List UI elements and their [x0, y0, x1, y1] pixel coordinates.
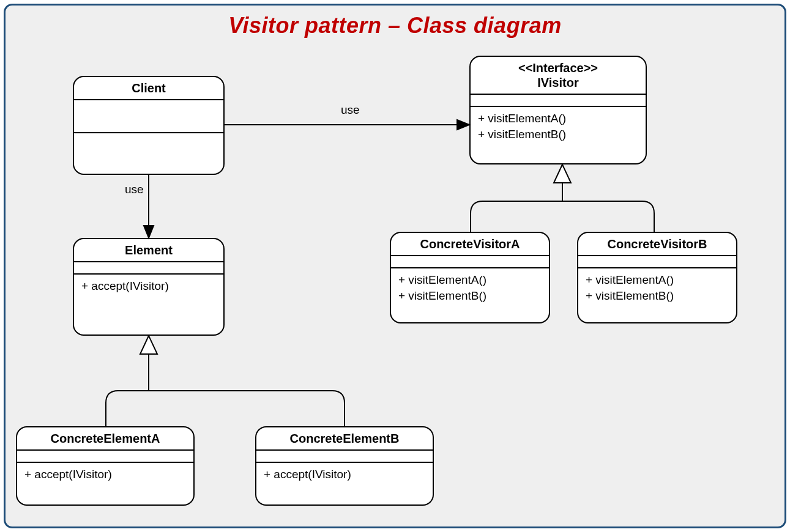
interface-ivisitor: <<Interface>> IVisitor + visitElementA()… — [469, 56, 647, 164]
class-operations: + accept(IVisitor) — [74, 275, 223, 300]
class-operations: + visitElementA() + visitElementB() — [578, 268, 736, 309]
generalization-arrowhead-icon — [554, 164, 571, 183]
class-attributes — [578, 256, 736, 267]
operation: + visitElementA() — [586, 272, 729, 288]
operation: + visitElementB() — [586, 288, 729, 304]
class-name: Client — [74, 77, 223, 99]
arrowhead-icon — [144, 226, 154, 238]
class-name: ConcreteVisitorA — [391, 233, 549, 255]
operation: + visitElementB() — [478, 127, 638, 142]
operation: + visitElementB() — [398, 288, 542, 304]
class-operations: + visitElementA() + visitElementB() — [391, 268, 549, 309]
class-concrete-visitor-a: ConcreteVisitorA + visitElementA() + vis… — [390, 232, 550, 323]
generalization-arrowhead-icon — [140, 336, 157, 354]
gen-branch-visitors — [471, 201, 654, 232]
operation: + accept(IVisitor) — [264, 467, 425, 482]
diagram-title: Visitor pattern – Class diagram — [6, 13, 784, 39]
class-element: Element + accept(IVisitor) — [73, 238, 225, 336]
assoc-label-use-visitor: use — [341, 103, 360, 117]
class-attributes — [391, 256, 549, 267]
arrowhead-icon — [457, 120, 469, 130]
stereotype: <<Interface>> — [475, 61, 641, 75]
class-name-text: IVisitor — [537, 76, 578, 89]
class-attributes — [74, 100, 223, 132]
class-name: Element — [74, 239, 223, 261]
class-name: ConcreteElementA — [17, 427, 193, 449]
class-concrete-element-a: ConcreteElementA + accept(IVisitor) — [16, 426, 195, 506]
class-attributes — [471, 95, 646, 106]
class-concrete-element-b: ConcreteElementB + accept(IVisitor) — [255, 426, 434, 506]
diagram-frame: Visitor pattern – Class diagram Client <… — [4, 4, 786, 528]
operation: + accept(IVisitor) — [81, 278, 216, 294]
class-operations: + accept(IVisitor) — [17, 463, 193, 489]
class-attributes — [17, 451, 193, 462]
operation: + visitElementA() — [478, 111, 638, 127]
operation: + visitElementA() — [398, 272, 542, 288]
assoc-label-use-element: use — [125, 183, 144, 196]
operation: + accept(IVisitor) — [24, 467, 186, 482]
class-name: ConcreteElementB — [256, 427, 433, 449]
class-attributes — [256, 451, 433, 462]
class-operations: + accept(IVisitor) — [256, 463, 433, 489]
class-concrete-visitor-b: ConcreteVisitorB + visitElementA() + vis… — [577, 232, 737, 323]
class-client: Client — [73, 76, 225, 175]
gen-branch-elements — [106, 391, 345, 426]
class-name: ConcreteVisitorB — [578, 233, 736, 255]
class-name: <<Interface>> IVisitor — [471, 57, 646, 94]
class-operations — [74, 133, 223, 143]
class-operations: + visitElementA() + visitElementB() — [471, 107, 646, 148]
class-attributes — [74, 262, 223, 273]
